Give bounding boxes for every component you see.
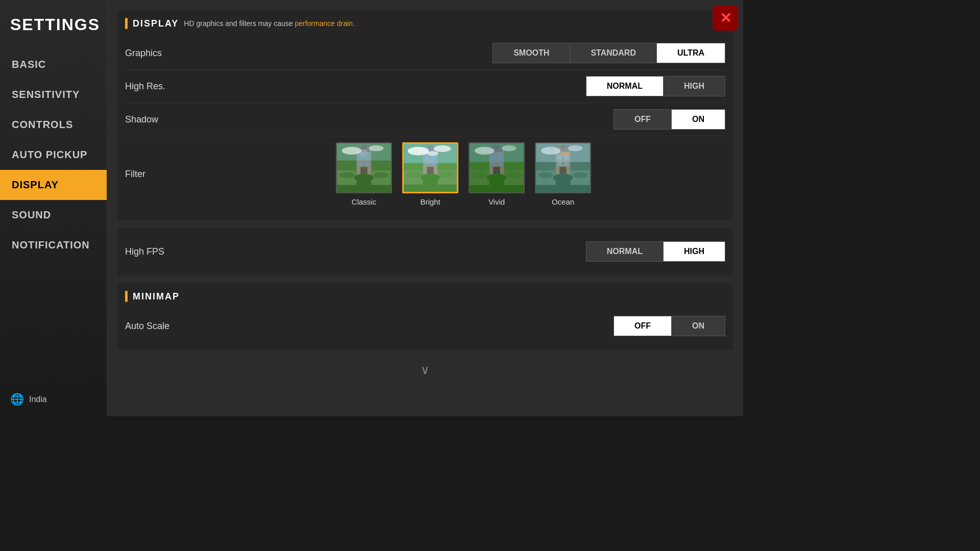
svg-rect-47 [491, 162, 495, 166]
filter-options: Classic [202, 142, 725, 206]
sidebar-item-auto-pickup[interactable]: AUTO PICKUP [0, 140, 107, 170]
filter-classic-label: Classic [352, 197, 376, 206]
svg-point-15 [374, 172, 388, 179]
section-bar-icon [125, 18, 128, 29]
svg-point-73 [568, 145, 583, 152]
svg-point-18 [369, 145, 384, 152]
high-fps-label: High FPS [125, 246, 586, 257]
filter-row: Filter [125, 136, 725, 212]
fps-high-btn[interactable]: High [664, 242, 725, 261]
filter-thumb-ocean [535, 142, 591, 193]
fps-section: High FPS Normal High [117, 228, 733, 276]
graphics-standard-btn[interactable]: Standard [570, 43, 657, 63]
close-icon: ✕ [720, 10, 731, 27]
display-section-header: DISPLAY HD graphics and filters may caus… [125, 18, 725, 29]
sidebar: SETTINGS BASIC SENSITIVITY CONTROLS AUTO… [0, 0, 107, 416]
sidebar-item-basic[interactable]: BASIC [0, 49, 107, 80]
graphics-row: Graphics Smooth Standard Ultra [125, 37, 725, 70]
minimap-section-header: MINIMAP [125, 291, 725, 302]
high-res-label: High Res. [125, 81, 586, 92]
region-footer: 🌐 India [0, 383, 107, 416]
globe-icon: 🌐 [10, 393, 24, 406]
svg-point-13 [354, 174, 374, 182]
svg-point-70 [573, 172, 587, 179]
auto-scale-label: Auto Scale [125, 321, 614, 332]
graphics-ultra-btn[interactable]: Ultra [657, 43, 725, 63]
graphics-btn-group: Smooth Standard Ultra [493, 43, 725, 63]
filter-item-classic[interactable]: Classic [336, 142, 392, 206]
svg-point-36 [434, 145, 451, 152]
svg-rect-65 [557, 162, 561, 166]
svg-point-74 [560, 152, 570, 156]
auto-scale-off-btn[interactable]: Off [614, 316, 672, 336]
sidebar-item-display[interactable]: DISPLAY [0, 170, 107, 200]
graphics-label: Graphics [125, 48, 493, 59]
sidebar-item-sound[interactable]: SOUND [0, 200, 107, 230]
settings-title: SETTINGS [0, 5, 107, 49]
high-res-high-btn[interactable]: High [664, 77, 725, 96]
svg-point-32 [406, 172, 421, 178]
chevron-down-icon: ∨ [421, 363, 430, 377]
high-fps-row: High FPS Normal High [125, 235, 725, 268]
shadow-btn-group: Off On [614, 109, 725, 130]
svg-point-69 [538, 172, 553, 179]
svg-rect-66 [565, 162, 569, 166]
sidebar-item-controls[interactable]: CONTROLS [0, 110, 107, 140]
shadow-off-btn[interactable]: Off [614, 110, 672, 129]
minimap-section-title: MINIMAP [133, 291, 180, 302]
svg-point-68 [553, 174, 573, 182]
high-res-row: High Res. Normal High [125, 70, 725, 103]
svg-point-52 [506, 172, 521, 179]
filter-item-bright[interactable]: Bright [402, 142, 458, 206]
svg-point-31 [421, 173, 440, 181]
sidebar-item-notification[interactable]: NOTIFICATION [0, 230, 107, 260]
auto-scale-on-btn[interactable]: On [672, 316, 725, 336]
filter-item-vivid[interactable]: Vivid [469, 142, 525, 206]
svg-point-14 [339, 172, 354, 179]
svg-point-35 [408, 147, 429, 156]
filter-ocean-label: Ocean [552, 197, 574, 206]
filter-vivid-label: Vivid [488, 197, 505, 206]
graphics-smooth-btn[interactable]: Smooth [493, 43, 570, 63]
display-section-title: DISPLAY [133, 18, 179, 29]
svg-point-37 [427, 151, 438, 156]
main-content: ✕ DISPLAY HD graphics and filters may ca… [107, 0, 743, 416]
minimap-section: MINIMAP Auto Scale Off On [117, 283, 733, 350]
svg-rect-11 [365, 162, 370, 166]
display-section-subtitle: HD graphics and filters may cause perfor… [184, 19, 355, 28]
display-section: DISPLAY HD graphics and filters may caus… [117, 10, 733, 220]
minimap-section-bar-icon [125, 291, 128, 302]
shadow-on-btn[interactable]: On [672, 110, 725, 129]
filter-thumb-vivid [469, 142, 525, 193]
auto-scale-btn-group: Off On [614, 316, 725, 336]
auto-scale-row: Auto Scale Off On [125, 310, 725, 342]
region-label: India [29, 395, 47, 404]
svg-point-50 [487, 174, 506, 182]
svg-rect-48 [498, 162, 502, 166]
svg-point-33 [440, 172, 454, 178]
high-res-normal-btn[interactable]: Normal [586, 77, 664, 96]
sidebar-item-sensitivity[interactable]: SENSITIVITY [0, 80, 107, 110]
svg-point-51 [472, 172, 487, 179]
svg-rect-10 [358, 162, 362, 166]
svg-point-55 [502, 145, 517, 152]
fps-btn-group: Normal High [586, 241, 725, 262]
close-button[interactable]: ✕ [713, 5, 738, 31]
filter-item-ocean[interactable]: Ocean [535, 142, 591, 206]
filter-label: Filter [125, 169, 202, 180]
filter-thumb-bright [402, 142, 458, 193]
scroll-indicator: ∨ [117, 358, 733, 382]
shadow-label: Shadow [125, 114, 614, 125]
fps-normal-btn[interactable]: Normal [586, 242, 664, 261]
svg-point-54 [475, 147, 494, 155]
shadow-row: Shadow Off On [125, 103, 725, 136]
svg-point-72 [541, 147, 560, 155]
filter-bright-label: Bright [420, 197, 440, 206]
filter-thumb-classic [336, 142, 392, 193]
svg-point-17 [342, 147, 361, 155]
high-res-btn-group: Normal High [586, 76, 725, 96]
